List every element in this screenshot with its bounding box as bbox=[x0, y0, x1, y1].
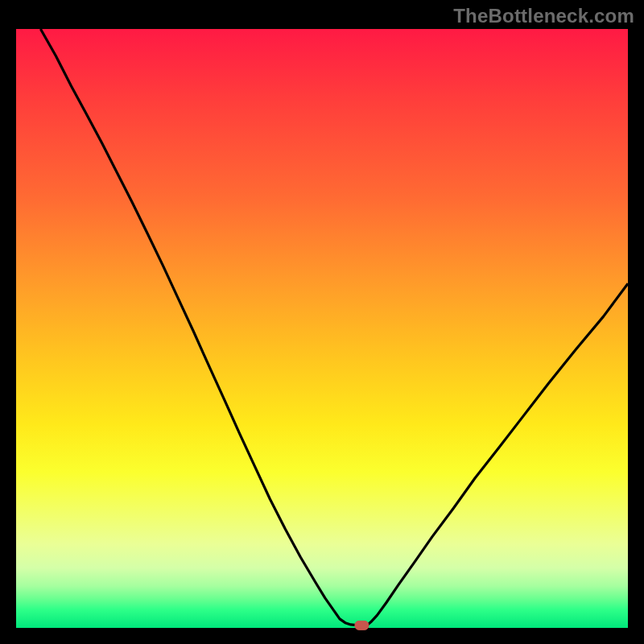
watermark-text: TheBottleneck.com bbox=[453, 5, 634, 27]
optimal-marker bbox=[355, 621, 369, 630]
plot-area bbox=[16, 29, 628, 628]
chart-frame: TheBottleneck.com bbox=[0, 0, 644, 644]
chart-svg bbox=[16, 29, 628, 628]
bottleneck-curve bbox=[40, 29, 628, 625]
